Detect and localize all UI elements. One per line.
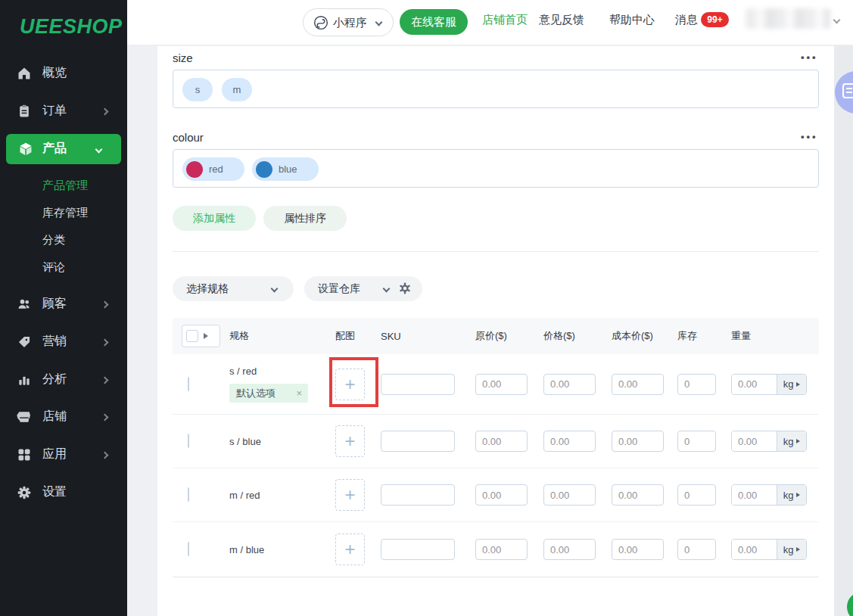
sidebar-item-label: 设置	[42, 484, 67, 500]
colour-option-chip[interactable]: blue	[252, 157, 319, 181]
store-home-link[interactable]: 店铺首页	[482, 13, 528, 27]
row-checkbox[interactable]	[188, 377, 189, 391]
sidebar-subitem-reviews[interactable]: 评论	[0, 258, 127, 276]
select-spec-label: 选择规格	[186, 282, 229, 296]
cost-price-input[interactable]	[612, 484, 664, 506]
sidebar-item-orders[interactable]: 订单	[0, 96, 127, 126]
orders-icon	[17, 104, 32, 119]
sku-input[interactable]	[381, 539, 455, 560]
stock-input[interactable]	[677, 431, 716, 452]
row-checkbox[interactable]	[188, 542, 189, 556]
stock-input[interactable]	[677, 374, 716, 395]
select-all-control[interactable]	[182, 325, 220, 347]
blue-swatch	[256, 161, 272, 178]
chevron-right-icon	[101, 339, 109, 347]
weight-unit-selector[interactable]: kg	[777, 431, 806, 451]
variant-row: m / red + kg	[173, 468, 819, 522]
messages-link[interactable]: 消息	[675, 13, 698, 27]
image-upload-button[interactable]: +	[335, 479, 365, 511]
sidebar-item-label: 分析	[42, 372, 67, 387]
colour-more-menu-icon[interactable]: •••	[801, 131, 818, 142]
original-price-input[interactable]	[475, 374, 528, 395]
chevron-down-icon	[271, 285, 279, 293]
account-chevron-icon[interactable]	[833, 17, 841, 24]
stock-input[interactable]	[677, 484, 716, 506]
price-input[interactable]	[543, 539, 596, 560]
weight-input[interactable]	[732, 431, 777, 451]
price-input[interactable]	[543, 374, 596, 395]
expand-right-icon[interactable]	[204, 333, 208, 339]
price-input[interactable]	[543, 484, 596, 506]
chevron-right-icon	[101, 377, 109, 384]
header-original-price: 原价($)	[475, 329, 543, 343]
miniprogram-label: 小程序	[333, 16, 367, 30]
weight-unit-label: kg	[783, 378, 794, 390]
sidebar-subitem-inventory-management[interactable]: 库存管理	[0, 204, 127, 222]
image-upload-button[interactable]: +	[335, 534, 365, 565]
header-sku: SKU	[381, 331, 475, 342]
subitem-label: 评论	[42, 260, 65, 275]
size-more-menu-icon[interactable]: •••	[801, 51, 818, 63]
feedback-link[interactable]: 意见反馈	[539, 13, 584, 27]
weight-input[interactable]	[732, 540, 777, 559]
sku-input[interactable]	[381, 374, 455, 395]
note-icon	[842, 83, 853, 100]
sidebar-item-customers[interactable]: 顾客	[0, 289, 127, 319]
warehouse-settings-gear-icon[interactable]	[398, 282, 412, 295]
sidebar-item-marketing[interactable]: 营销	[0, 327, 127, 357]
set-warehouse-dropdown[interactable]: 设置仓库	[304, 276, 422, 301]
image-upload-button[interactable]: +	[335, 425, 365, 457]
sidebar-item-analytics[interactable]: 分析	[0, 365, 127, 395]
sidebar-item-label: 概览	[42, 65, 67, 81]
cost-price-input[interactable]	[612, 539, 664, 560]
remove-tag-icon[interactable]: ×	[296, 387, 302, 399]
weight-unit-selector[interactable]: kg	[777, 375, 806, 394]
sku-input[interactable]	[381, 431, 455, 452]
sku-input[interactable]	[381, 484, 455, 506]
row-checkbox[interactable]	[188, 434, 189, 448]
help-center-link[interactable]: 帮助中心	[609, 13, 655, 27]
original-price-input[interactable]	[475, 431, 528, 452]
cost-price-input[interactable]	[612, 431, 664, 452]
customers-icon	[17, 297, 32, 312]
unit-arrow-icon	[796, 439, 800, 443]
chevron-right-icon	[101, 414, 109, 422]
cost-price-input[interactable]	[612, 374, 664, 395]
sidebar-subitem-categories[interactable]: 分类	[0, 231, 127, 249]
colour-option-chip[interactable]: red	[182, 157, 244, 181]
weight-unit-selector[interactable]: kg	[777, 540, 806, 559]
row-checkbox[interactable]	[188, 487, 189, 502]
sidebar-subitem-product-management[interactable]: 产品管理	[0, 176, 127, 194]
price-input[interactable]	[543, 431, 596, 452]
sidebar-item-label: 营销	[42, 334, 67, 350]
miniprogram-dropdown[interactable]: 小程序	[303, 8, 394, 36]
unit-arrow-icon	[796, 493, 800, 497]
weight-input[interactable]	[732, 375, 777, 394]
size-option-chip[interactable]: m	[222, 78, 252, 101]
products-icon	[18, 142, 33, 157]
colour-option-label: red	[209, 163, 223, 175]
select-spec-dropdown[interactable]: 选择规格	[173, 276, 294, 301]
sidebar-item-overview[interactable]: 概览	[0, 58, 127, 89]
weight-unit-selector[interactable]: kg	[777, 485, 806, 505]
online-service-button[interactable]: 在线客服	[400, 9, 468, 35]
sort-attribute-button[interactable]: 属性排序	[263, 206, 347, 231]
account-name-blurred[interactable]	[746, 8, 830, 29]
default-option-tag-label: 默认选项	[236, 387, 276, 400]
size-option-chip[interactable]: s	[182, 78, 213, 101]
sidebar-item-products[interactable]: 产品	[0, 134, 127, 164]
select-all-checkbox[interactable]	[186, 330, 198, 342]
add-attribute-button[interactable]: 添加属性	[173, 206, 256, 231]
stock-input[interactable]	[677, 539, 716, 560]
ueeshop-logo: UEESHOP	[20, 15, 123, 39]
sidebar-item-label: 应用	[42, 446, 67, 462]
messages-count-badge: 99+	[701, 12, 729, 27]
original-price-input[interactable]	[475, 539, 528, 560]
miniprogram-icon	[313, 15, 328, 30]
original-price-input[interactable]	[475, 484, 528, 506]
sidebar-item-apps[interactable]: 应用	[0, 440, 127, 470]
weight-input[interactable]	[732, 485, 777, 505]
image-upload-button[interactable]: +	[335, 369, 365, 400]
sidebar-item-settings[interactable]: 设置	[0, 478, 127, 508]
sidebar-item-store[interactable]: 店铺	[0, 402, 127, 432]
